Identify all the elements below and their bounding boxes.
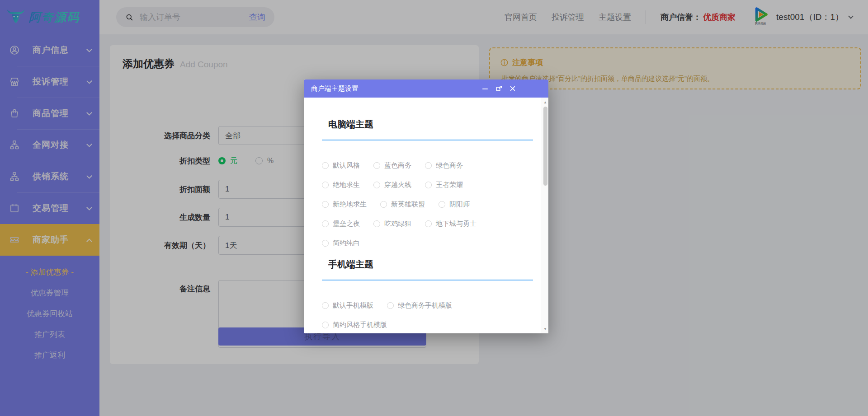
theme-radio-option[interactable]: 简约纯白: [322, 239, 360, 248]
theme-option-label: 绝地求生: [333, 181, 360, 189]
theme-radio-option[interactable]: 新绝地求生: [322, 200, 367, 209]
close-icon[interactable]: [509, 85, 516, 92]
radio-icon: [425, 182, 432, 188]
theme-option-label: 蓝色商务: [384, 161, 411, 170]
radio-icon: [322, 182, 329, 188]
radio-icon: [322, 322, 329, 328]
theme-option-label: 堡垒之夜: [333, 220, 360, 228]
theme-option-label: 地下城与勇士: [436, 220, 476, 228]
modal-body: 电脑端主题默认风格蓝色商务绿色商务绝地求生穿越火线王者荣耀新绝地求生新英雄联盟阴…: [304, 98, 542, 333]
theme-radio-option[interactable]: 堡垒之夜: [322, 220, 360, 228]
scroll-thumb[interactable]: [543, 107, 547, 186]
theme-option-label: 绿色商务: [436, 161, 463, 170]
radio-icon: [439, 201, 445, 208]
theme-radio-option[interactable]: 阴阳师: [439, 200, 470, 209]
section-underline: [322, 280, 533, 280]
theme-option-row: 简约风格手机模版: [322, 321, 533, 329]
theme-radio-option[interactable]: 绿色商务手机模版: [387, 301, 452, 310]
radio-icon: [322, 240, 329, 247]
theme-option-label: 默认风格: [333, 161, 360, 170]
minimize-icon[interactable]: [482, 85, 488, 92]
theme-radio-option[interactable]: 穿越火线: [373, 181, 411, 189]
theme-option-label: 绿色商务手机模版: [398, 301, 452, 310]
theme-radio-option[interactable]: 绿色商务: [425, 161, 463, 170]
theme-settings-modal: 商户端主题设置 电脑端主题默认风格蓝色商务绿色商务绝地求生穿越火线王者荣耀新绝地…: [304, 79, 548, 333]
theme-option-label: 王者荣耀: [436, 181, 463, 189]
theme-option-row: 简约纯白: [322, 239, 533, 248]
theme-radio-option[interactable]: 王者荣耀: [425, 181, 463, 189]
theme-radio-option[interactable]: 新英雄联盟: [380, 200, 425, 209]
theme-option-label: 默认手机模版: [333, 301, 373, 310]
scroll-down-arrow[interactable]: ▼: [542, 325, 548, 332]
app-window: 阿奇源码 商户信息投诉管理商品管理全网对接供销系统交易管理商家助手 - 添加优惠…: [0, 0, 868, 416]
radio-icon: [322, 162, 329, 169]
radio-icon: [322, 220, 329, 227]
theme-option-row: 绝地求生穿越火线王者荣耀: [322, 181, 533, 189]
theme-radio-option[interactable]: 吃鸡绿狙: [373, 220, 411, 228]
theme-radio-option[interactable]: 简约风格手机模版: [322, 321, 387, 329]
theme-option-row: 堡垒之夜吃鸡绿狙地下城与勇士: [322, 220, 533, 228]
theme-option-row: 默认风格蓝色商务绿色商务: [322, 161, 533, 170]
theme-radio-option[interactable]: 绝地求生: [322, 181, 360, 189]
theme-radio-option[interactable]: 地下城与勇士: [425, 220, 476, 228]
theme-option-label: 新英雄联盟: [391, 200, 425, 209]
theme-option-label: 新绝地求生: [333, 200, 367, 209]
theme-option-label: 穿越火线: [384, 181, 411, 189]
radio-icon: [373, 162, 380, 169]
theme-option-rows: 默认风格蓝色商务绿色商务绝地求生穿越火线王者荣耀新绝地求生新英雄联盟阴阳师堡垒之…: [322, 161, 533, 248]
theme-radio-option[interactable]: 默认手机模版: [322, 301, 373, 310]
radio-icon: [425, 220, 432, 227]
modal-section-title: 手机端主题: [328, 258, 533, 271]
radio-icon: [387, 302, 394, 309]
radio-icon: [425, 162, 432, 169]
maximize-icon[interactable]: [495, 85, 502, 92]
modal-title: 商户端主题设置: [311, 84, 482, 93]
modal-titlebar[interactable]: 商户端主题设置: [304, 79, 548, 98]
theme-option-label: 简约纯白: [333, 239, 360, 248]
radio-icon: [373, 220, 380, 227]
modal-section-title: 电脑端主题: [328, 118, 533, 131]
theme-option-label: 简约风格手机模版: [333, 321, 387, 329]
section-underline: [322, 140, 533, 140]
radio-icon: [380, 201, 387, 208]
theme-option-label: 阴阳师: [449, 200, 470, 209]
radio-icon: [322, 201, 329, 208]
theme-option-row: 默认手机模版绿色商务手机模版: [322, 301, 533, 310]
theme-option-rows: 默认手机模版绿色商务手机模版简约风格手机模版: [322, 301, 533, 329]
modal-scrollbar: ▲ ▼: [542, 98, 548, 333]
scroll-up-arrow[interactable]: ▲: [542, 98, 548, 106]
radio-icon: [322, 302, 329, 309]
theme-option-row: 新绝地求生新英雄联盟阴阳师: [322, 200, 533, 209]
theme-radio-option[interactable]: 蓝色商务: [373, 161, 411, 170]
theme-radio-option[interactable]: 默认风格: [322, 161, 360, 170]
theme-option-label: 吃鸡绿狙: [384, 220, 411, 228]
radio-icon: [373, 182, 380, 188]
